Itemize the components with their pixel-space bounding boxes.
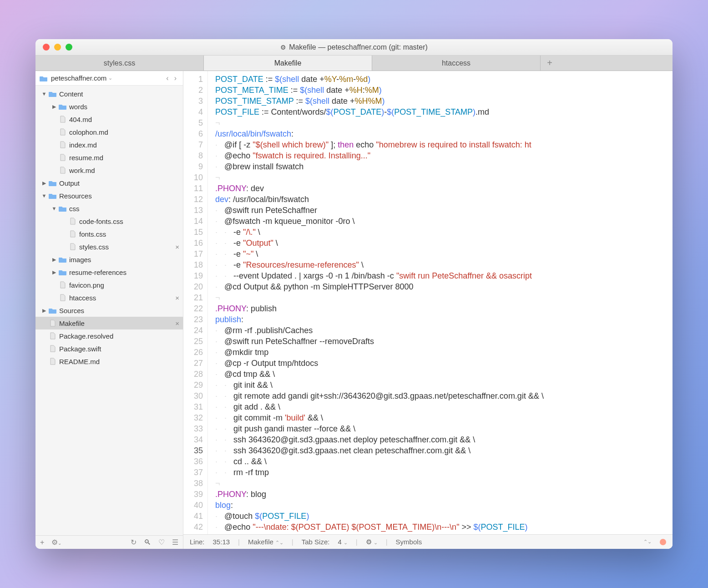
tree-item-code-fonts-css[interactable]: code-fonts.css <box>35 215 183 228</box>
sidebar: peteschaffner.com ⌄ ‹ › ▼Content▶words40… <box>35 71 183 549</box>
disclosure-triangle[interactable]: ▶ <box>40 180 48 186</box>
new-tab-button[interactable]: + <box>541 56 559 71</box>
folder-icon <box>39 75 48 82</box>
line-value: 35:13 <box>213 538 230 546</box>
tree-item-label: Sources <box>59 307 84 314</box>
tree-item-resume-md[interactable]: resume.md <box>35 151 183 164</box>
language-picker[interactable]: Makefile⌃⌄ <box>248 538 283 546</box>
disclosure-triangle[interactable]: ▶ <box>50 104 58 110</box>
file-icon <box>68 230 77 238</box>
tree-item-resume-references[interactable]: ▶resume-references <box>35 266 183 279</box>
app-window: ⚙︎ Makefile — peteschaffner.com (git: ma… <box>35 39 673 549</box>
tree-item-favicon-png[interactable]: favicon.png <box>35 279 183 291</box>
search-icon[interactable]: 🔍︎ <box>144 538 151 547</box>
disclosure-triangle[interactable]: ▼ <box>40 193 48 198</box>
gear-icon[interactable]: ⚙︎⌄ <box>51 538 61 547</box>
file-icon <box>68 218 77 225</box>
document-icon: ⚙︎ <box>280 44 286 51</box>
chevron-down-icon[interactable]: ⌄ <box>108 75 112 81</box>
folder-icon <box>58 256 67 263</box>
folder-icon <box>58 103 67 110</box>
code-area[interactable]: 1234567891011121314151617181920212223242… <box>183 71 673 534</box>
tree-item-Makefile[interactable]: Makefile× <box>35 317 183 329</box>
refresh-icon[interactable]: ↻ <box>131 538 137 547</box>
nav-back-button[interactable]: ‹ <box>163 74 171 82</box>
file-icon <box>48 345 57 352</box>
folder-icon <box>48 307 57 314</box>
chevron-updown-icon[interactable]: ⌃⌄ <box>643 539 652 545</box>
file-icon <box>48 332 57 340</box>
tree-item-Content[interactable]: ▼Content <box>35 87 183 100</box>
sidebar-footer: + ⚙︎⌄ ↻ 🔍︎ ♡ ☰ <box>35 535 183 549</box>
heart-icon[interactable]: ♡ <box>158 538 165 547</box>
folder-icon <box>58 205 67 212</box>
settings-icon[interactable]: ⚙︎⌄ <box>366 538 378 546</box>
window-title: ⚙︎ Makefile — peteschaffner.com (git: ma… <box>35 43 673 51</box>
symbols-picker[interactable]: Symbols <box>396 538 422 546</box>
tree-item-label: colophon.md <box>69 128 108 136</box>
file-icon <box>58 294 67 301</box>
tree-item-label: fonts.css <box>79 230 106 238</box>
tree-item-label: css <box>69 205 80 213</box>
tree-item-work-md[interactable]: work.md <box>35 164 183 177</box>
tab-styles-css[interactable]: styles.css <box>35 56 204 71</box>
disclosure-triangle[interactable]: ▶ <box>40 308 48 314</box>
code-content[interactable]: POST_DATE := $(shell date +%Y-%m-%d)POST… <box>208 71 673 534</box>
file-icon <box>58 154 67 161</box>
tree-item-label: Content <box>59 90 83 98</box>
tree-item-label: README.md <box>59 358 100 365</box>
tree-item-colophon-md[interactable]: colophon.md <box>35 126 183 138</box>
folder-icon <box>58 269 67 276</box>
tree-item-label: Output <box>59 179 80 187</box>
tab-htaccess[interactable]: htaccess <box>372 56 541 71</box>
tree-item-label: images <box>69 256 91 264</box>
editor: 1234567891011121314151617181920212223242… <box>183 71 673 549</box>
file-icon <box>58 141 67 148</box>
tree-item-css[interactable]: ▼css <box>35 202 183 215</box>
add-button[interactable]: + <box>40 538 44 547</box>
path-bar[interactable]: peteschaffner.com ⌄ ‹ › <box>35 71 183 86</box>
tree-item-label: htaccess <box>69 294 96 302</box>
tree-item-fonts-css[interactable]: fonts.css <box>35 228 183 240</box>
tree-item-Output[interactable]: ▶Output <box>35 177 183 189</box>
line-label: Line: <box>190 538 205 546</box>
tree-item-label: favicon.png <box>69 281 104 289</box>
tabsize-picker[interactable]: 4⌄ <box>338 538 347 546</box>
folder-icon <box>48 179 57 187</box>
tree-item-styles-css[interactable]: styles.css× <box>35 240 183 253</box>
tree-item-label: Resources <box>59 192 92 200</box>
nav-forward-button[interactable]: › <box>172 74 179 82</box>
tab-Makefile[interactable]: Makefile <box>204 56 372 71</box>
tabsize-label: Tab Size: <box>302 538 330 546</box>
disclosure-triangle[interactable]: ▼ <box>50 206 58 211</box>
status-dot <box>660 539 666 545</box>
folder-icon <box>48 192 57 199</box>
tree-item-words[interactable]: ▶words <box>35 100 183 113</box>
tree-item-Sources[interactable]: ▶Sources <box>35 304 183 317</box>
file-icon <box>58 116 67 123</box>
file-icon <box>48 358 57 365</box>
tree-item-404-md[interactable]: 404.md <box>35 113 183 126</box>
close-icon[interactable]: × <box>175 243 179 251</box>
close-icon[interactable]: × <box>175 319 179 327</box>
tree-item-Resources[interactable]: ▼Resources <box>35 189 183 202</box>
tree-item-Package-resolved[interactable]: Package.resolved <box>35 329 183 342</box>
filter-icon[interactable]: ☰ <box>172 538 178 547</box>
disclosure-triangle[interactable]: ▼ <box>40 91 48 96</box>
tree-item-label: work.md <box>69 167 95 174</box>
tree-item-label: resume-references <box>69 269 126 276</box>
tree-item-README-md[interactable]: README.md <box>35 355 183 368</box>
tab-bar: styles.cssMakefilehtaccess+ <box>35 56 673 71</box>
file-icon <box>68 243 77 250</box>
close-icon[interactable]: × <box>175 294 179 302</box>
tree-item-label: resume.md <box>69 154 103 162</box>
tree-item-index-md[interactable]: index.md <box>35 138 183 151</box>
tree-item-images[interactable]: ▶images <box>35 253 183 266</box>
path-label: peteschaffner.com <box>51 74 106 82</box>
disclosure-triangle[interactable]: ▶ <box>50 269 58 275</box>
gutter: 1234567891011121314151617181920212223242… <box>183 71 208 534</box>
tree-item-Package-swift[interactable]: Package.swift <box>35 342 183 355</box>
disclosure-triangle[interactable]: ▶ <box>50 257 58 263</box>
tree-item-label: code-fonts.css <box>79 218 123 225</box>
tree-item-htaccess[interactable]: htaccess× <box>35 291 183 304</box>
